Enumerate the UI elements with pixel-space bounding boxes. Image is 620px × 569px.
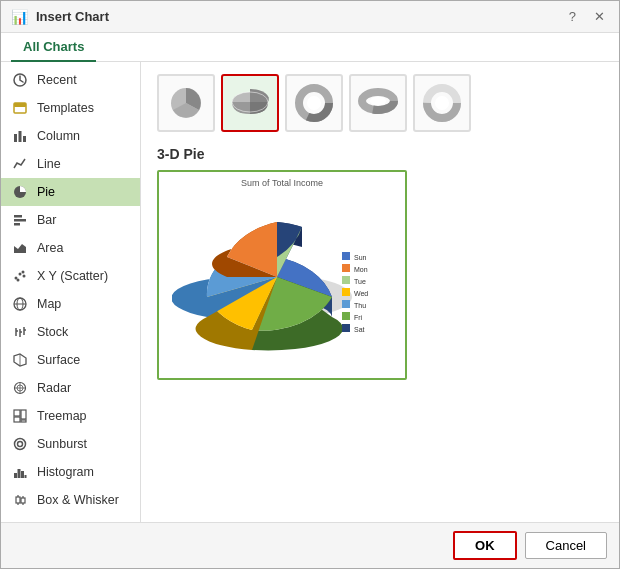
svg-rect-38 — [18, 469, 21, 478]
svg-rect-41 — [16, 497, 20, 503]
sidebar-item-sunburst[interactable]: Sunburst — [1, 430, 140, 458]
svg-rect-37 — [14, 473, 17, 478]
svg-rect-66 — [342, 252, 350, 260]
tab-bar: All Charts — [1, 33, 619, 62]
svg-rect-7 — [14, 215, 22, 218]
chart-section-title: 3-D Pie — [157, 146, 603, 162]
sidebar-label-xy: X Y (Scatter) — [37, 269, 108, 283]
sidebar-item-histogram[interactable]: Histogram — [1, 458, 140, 486]
sidebar-item-xy[interactable]: X Y (Scatter) — [1, 262, 140, 290]
svg-marker-10 — [14, 244, 26, 253]
svg-rect-68 — [342, 264, 350, 272]
svg-rect-70 — [342, 276, 350, 284]
sidebar-item-box[interactable]: Box & Whisker — [1, 486, 140, 514]
sidebar-item-area[interactable]: Area — [1, 234, 140, 262]
svg-rect-4 — [19, 131, 22, 142]
svg-text:Tue: Tue — [354, 278, 366, 285]
content-area: Recent Templates Column Li — [1, 62, 619, 522]
svg-point-14 — [17, 279, 20, 282]
xy-icon — [11, 267, 29, 285]
chart-thumb-pie2d[interactable] — [157, 74, 215, 132]
cancel-button[interactable]: Cancel — [525, 532, 607, 559]
svg-rect-39 — [21, 471, 24, 478]
sidebar-item-pie[interactable]: Pie — [1, 178, 140, 206]
svg-rect-8 — [14, 219, 26, 222]
tab-all-charts[interactable]: All Charts — [11, 33, 96, 62]
sidebar-label-bar: Bar — [37, 213, 56, 227]
svg-rect-5 — [23, 136, 26, 142]
sidebar-label-area: Area — [37, 241, 63, 255]
svg-text:Sun: Sun — [354, 254, 367, 261]
svg-rect-34 — [21, 420, 26, 422]
map-icon — [11, 295, 29, 313]
sidebar-item-templates[interactable]: Templates — [1, 94, 140, 122]
preview-svg-area: Sun Mon Tue Wed Thu Fri Sat — [165, 192, 399, 362]
box-icon — [11, 491, 29, 509]
svg-point-36 — [15, 439, 26, 450]
pie-icon — [11, 183, 29, 201]
svg-point-15 — [22, 271, 25, 274]
svg-point-12 — [19, 273, 22, 276]
svg-rect-3 — [14, 134, 17, 142]
chart-thumb-pie3d[interactable] — [221, 74, 279, 132]
sidebar-label-sunburst: Sunburst — [37, 437, 87, 451]
sidebar-item-map[interactable]: Map — [1, 290, 140, 318]
svg-text:Thu: Thu — [354, 302, 366, 309]
sunburst-icon — [11, 435, 29, 453]
svg-text:Fri: Fri — [354, 314, 363, 321]
sidebar-item-stock[interactable]: Stock — [1, 318, 140, 346]
chart-types-row — [157, 74, 603, 132]
svg-rect-32 — [14, 417, 20, 422]
close-button[interactable]: ✕ — [590, 7, 609, 26]
sidebar-label-box: Box & Whisker — [37, 493, 119, 507]
chart-thumb-donut3d[interactable] — [349, 74, 407, 132]
title-bar-controls: ? ✕ — [565, 7, 609, 26]
sidebar-item-column[interactable]: Column — [1, 122, 140, 150]
sidebar-item-waterfall[interactable]: Waterfall — [1, 514, 140, 522]
svg-rect-72 — [342, 288, 350, 296]
ok-button[interactable]: OK — [453, 531, 517, 560]
sidebar-label-stock: Stock — [37, 325, 68, 339]
svg-rect-44 — [21, 498, 25, 503]
sidebar-item-radar[interactable]: Radar — [1, 374, 140, 402]
svg-rect-33 — [21, 410, 26, 419]
main-area: 3-D Pie Sum of Total Income — [141, 62, 619, 522]
sidebar-label-map: Map — [37, 297, 61, 311]
svg-rect-76 — [342, 312, 350, 320]
radar-icon — [11, 379, 29, 397]
svg-text:Wed: Wed — [354, 290, 368, 297]
sidebar-label-line: Line — [37, 157, 61, 171]
sidebar-label-radar: Radar — [37, 381, 71, 395]
sidebar-item-recent[interactable]: Recent — [1, 66, 140, 94]
svg-point-13 — [23, 275, 26, 278]
help-button[interactable]: ? — [565, 7, 580, 26]
treemap-icon — [11, 407, 29, 425]
svg-rect-78 — [342, 324, 350, 332]
svg-rect-9 — [14, 223, 20, 226]
svg-rect-2 — [14, 103, 26, 107]
templates-icon — [11, 99, 29, 117]
chart-thumb-donut2d[interactable] — [285, 74, 343, 132]
svg-point-64 — [435, 96, 449, 110]
sidebar: Recent Templates Column Li — [1, 62, 141, 522]
sidebar-item-treemap[interactable]: Treemap — [1, 402, 140, 430]
svg-point-35 — [18, 442, 23, 447]
svg-point-58 — [307, 96, 321, 110]
preview-title: Sum of Total Income — [165, 178, 399, 188]
sidebar-item-surface[interactable]: Surface — [1, 346, 140, 374]
dialog-title: Insert Chart — [36, 9, 109, 24]
sidebar-item-bar[interactable]: Bar — [1, 206, 140, 234]
sidebar-item-line[interactable]: Line — [1, 150, 140, 178]
column-icon — [11, 127, 29, 145]
chart-title-icon: 📊 — [11, 9, 28, 25]
svg-point-61 — [370, 97, 386, 106]
stock-icon — [11, 323, 29, 341]
histogram-icon — [11, 463, 29, 481]
recent-icon — [11, 71, 29, 89]
area-icon — [11, 239, 29, 257]
svg-rect-31 — [14, 410, 20, 416]
sidebar-label-pie: Pie — [37, 185, 55, 199]
svg-rect-74 — [342, 300, 350, 308]
sidebar-label-treemap: Treemap — [37, 409, 87, 423]
chart-thumb-donut-bar[interactable] — [413, 74, 471, 132]
